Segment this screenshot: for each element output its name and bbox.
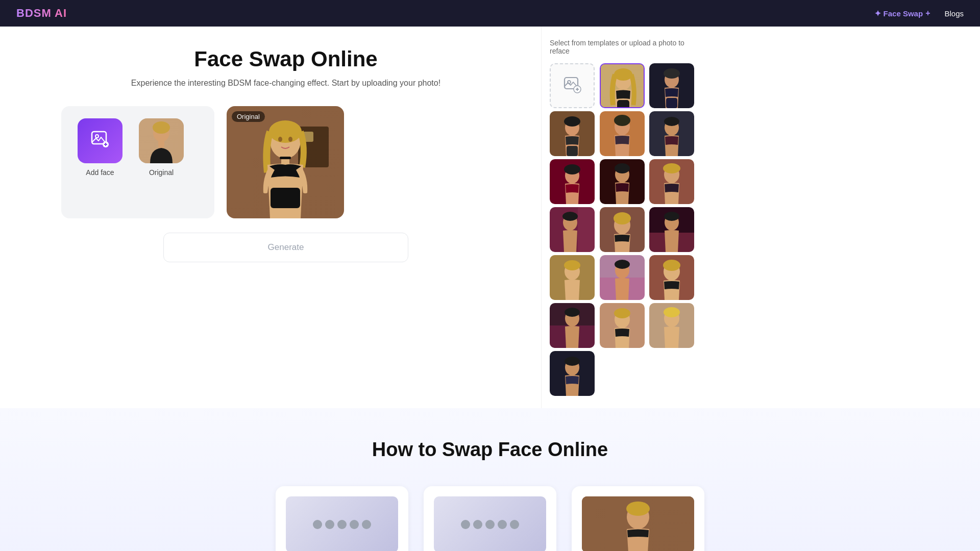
template-item[interactable] — [550, 303, 595, 348]
main-wrapper: Face Swap Online Experience the interest… — [0, 27, 980, 408]
svg-point-15 — [288, 137, 292, 142]
image-plus-icon — [91, 130, 109, 152]
template-grid — [550, 63, 696, 396]
svg-point-1 — [95, 135, 99, 138]
step-2-illustration — [434, 496, 546, 551]
svg-point-13 — [269, 120, 302, 143]
nav-face-swap-link[interactable]: ✦ Face Swap + — [874, 9, 930, 18]
navbar: BDSM AI ✦ Face Swap + Blogs — [0, 0, 980, 27]
step-3-card — [572, 486, 704, 551]
step-3-illustration — [582, 496, 694, 551]
step-1-illustration — [286, 496, 398, 551]
add-face-slot: Add face — [78, 118, 122, 177]
svg-point-40 — [614, 115, 630, 126]
template-item[interactable] — [649, 159, 694, 204]
page-subtitle: Experience the interesting BDSM face-cha… — [61, 79, 510, 88]
template-item[interactable] — [649, 63, 694, 108]
template-item[interactable] — [550, 159, 595, 204]
template-item[interactable] — [649, 111, 694, 156]
template-item[interactable] — [550, 207, 595, 252]
svg-rect-54 — [578, 207, 595, 252]
face-swap-nav-label: Face Swap — [884, 9, 923, 18]
svg-point-88 — [565, 357, 580, 366]
template-item[interactable] — [600, 207, 645, 252]
tool-container: Add face — [61, 106, 510, 218]
svg-point-63 — [664, 212, 679, 221]
original-label: Original — [149, 168, 174, 177]
svg-point-67 — [564, 260, 580, 270]
svg-rect-37 — [567, 146, 578, 156]
content-area: Face Swap Online Experience the interest… — [0, 27, 541, 408]
template-item[interactable] — [649, 255, 694, 300]
svg-point-43 — [664, 117, 679, 126]
svg-point-91 — [626, 502, 650, 516]
svg-point-85 — [664, 307, 680, 317]
svg-point-78 — [565, 308, 580, 317]
add-face-button[interactable] — [78, 118, 122, 163]
template-item[interactable] — [550, 351, 595, 396]
svg-point-59 — [614, 212, 631, 224]
svg-point-71 — [615, 260, 630, 269]
svg-point-49 — [615, 163, 630, 173]
svg-point-14 — [278, 137, 282, 142]
steps-container — [61, 486, 919, 551]
sidebar-hint: Select from templates or upload a photo … — [550, 39, 696, 55]
add-face-label: Add face — [86, 168, 114, 177]
svg-rect-18 — [271, 188, 300, 208]
logo: BDSM AI — [16, 7, 67, 20]
svg-point-36 — [564, 116, 580, 127]
nav-right: ✦ Face Swap + Blogs — [874, 9, 964, 18]
how-to-section: How to Swap Face Online — [0, 408, 980, 551]
original-badge: Original — [232, 111, 265, 122]
template-item[interactable] — [600, 255, 645, 300]
template-upload-slot[interactable] — [550, 63, 595, 108]
face-inputs-panel: Add face — [61, 106, 214, 218]
original-face-slot: Original — [139, 118, 184, 177]
svg-point-56 — [562, 212, 578, 221]
svg-rect-32 — [666, 98, 677, 108]
svg-point-46 — [564, 164, 580, 174]
svg-rect-17 — [280, 157, 291, 159]
step-2-card — [424, 486, 556, 551]
template-item[interactable] — [600, 159, 645, 204]
plus-icon: + — [925, 9, 930, 18]
generate-button[interactable]: Generate — [163, 233, 408, 262]
svg-point-7 — [153, 121, 170, 134]
step-1-card — [276, 486, 408, 551]
svg-point-52 — [663, 163, 680, 173]
template-item[interactable] — [550, 111, 595, 156]
svg-rect-28 — [617, 100, 629, 108]
sidebar: Select from templates or upload a photo … — [541, 27, 704, 408]
template-item[interactable] — [649, 207, 694, 252]
svg-point-74 — [663, 260, 680, 271]
svg-point-27 — [614, 68, 632, 81]
template-item[interactable] — [600, 303, 645, 348]
template-item[interactable] — [649, 303, 694, 348]
template-item[interactable] — [550, 255, 595, 300]
original-image-container: Original — [227, 106, 344, 218]
how-to-title: How to Swap Face Online — [61, 439, 919, 461]
template-item[interactable] — [600, 63, 645, 108]
svg-point-31 — [664, 68, 680, 79]
template-item[interactable] — [600, 111, 645, 156]
page-title: Face Swap Online — [61, 47, 510, 71]
original-face-thumb — [139, 118, 184, 163]
nav-blogs-link[interactable]: Blogs — [944, 9, 964, 18]
svg-rect-8 — [158, 141, 164, 148]
upload-icon — [563, 75, 581, 97]
svg-point-81 — [614, 308, 630, 318]
sparkle-icon: ✦ — [874, 9, 881, 18]
